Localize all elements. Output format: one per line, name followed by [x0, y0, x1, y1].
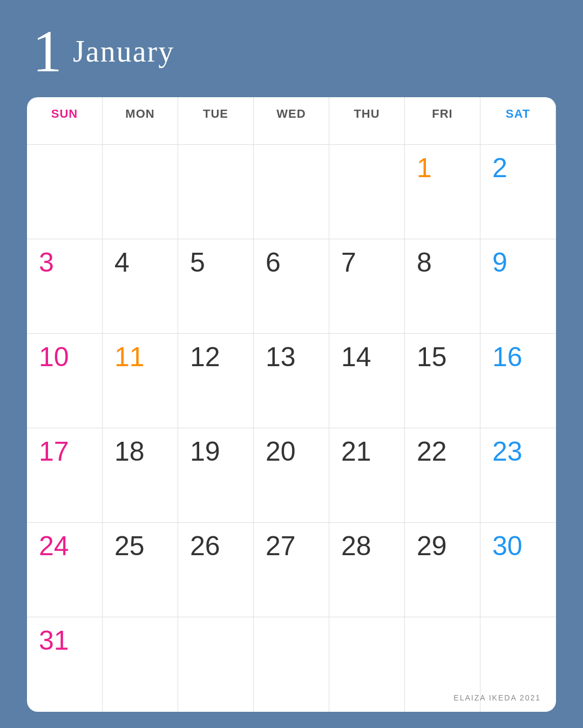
day-number: 31 — [39, 627, 69, 654]
day-cell-17: 17 — [27, 428, 103, 523]
day-cell-10: 10 — [27, 334, 103, 428]
day-number: 14 — [341, 343, 371, 370]
day-cell-20: 20 — [254, 428, 329, 523]
day-number: 23 — [492, 438, 523, 465]
day-cell-24: 24 — [27, 523, 103, 617]
day-cell-12: 12 — [178, 334, 254, 428]
day-number: 20 — [266, 438, 296, 465]
day-cell-30: 30 — [480, 523, 556, 617]
day-number: 8 — [417, 249, 432, 276]
day-number: 24 — [39, 532, 69, 560]
day-number: 11 — [114, 343, 145, 370]
day-number: 7 — [341, 249, 356, 276]
day-number: 6 — [266, 249, 281, 276]
day-cell-8: 8 — [405, 239, 480, 334]
month-name: January — [73, 34, 174, 69]
day-number: 26 — [190, 532, 220, 560]
calendar-header: 1 January — [27, 22, 556, 81]
day-cell-9: 9 — [480, 239, 556, 334]
day-number: 15 — [417, 343, 447, 370]
day-header-mon: MON — [103, 97, 178, 145]
day-cell-25: 25 — [103, 523, 178, 617]
day-number: 10 — [39, 343, 69, 370]
day-number: 29 — [417, 532, 447, 560]
day-cell-7: 7 — [329, 239, 405, 334]
day-number: 4 — [114, 249, 130, 276]
day-header-sat: SAT — [480, 97, 556, 145]
day-cell-16: 16 — [480, 334, 556, 428]
day-cell-19: 19 — [178, 428, 254, 523]
day-number: 9 — [492, 249, 507, 276]
day-number: 27 — [266, 532, 296, 560]
calendar-grid: SUN MON TUE WED THU FRI SAT 1 2 3 — [27, 97, 556, 712]
day-cell-empty — [329, 617, 405, 712]
day-number: 22 — [417, 438, 447, 465]
day-cell-23: 23 — [480, 428, 556, 523]
day-cell-6: 6 — [254, 239, 329, 334]
day-cell-2: 2 — [480, 145, 556, 239]
day-number: 1 — [417, 154, 432, 181]
day-number: 12 — [190, 343, 220, 370]
day-cell-31: 31 — [27, 617, 103, 712]
day-cell-empty — [329, 145, 405, 239]
day-cell-14: 14 — [329, 334, 405, 428]
day-number: 18 — [114, 438, 145, 465]
day-header-wed: WED — [254, 97, 329, 145]
day-header-thu: THU — [329, 97, 405, 145]
day-cell-18: 18 — [103, 428, 178, 523]
day-cell-13: 13 — [254, 334, 329, 428]
footer-credit: ELAIZA IKEDA 2021 — [453, 693, 541, 702]
day-number: 21 — [341, 438, 371, 465]
day-header-sun: SUN — [27, 97, 103, 145]
day-number: 28 — [341, 532, 371, 560]
day-cell-21: 21 — [329, 428, 405, 523]
day-cell-15: 15 — [405, 334, 480, 428]
day-number: 17 — [39, 438, 69, 465]
day-cell-11: 11 — [103, 334, 178, 428]
day-number: 30 — [492, 532, 523, 560]
day-cell-4: 4 — [103, 239, 178, 334]
day-cell-5: 5 — [178, 239, 254, 334]
day-number: 2 — [492, 154, 507, 181]
day-cell-22: 22 — [405, 428, 480, 523]
day-header-fri: FRI — [405, 97, 480, 145]
day-cell-empty — [103, 617, 178, 712]
day-header-tue: TUE — [178, 97, 254, 145]
day-cell-1: 1 — [405, 145, 480, 239]
day-cell-empty — [27, 145, 103, 239]
day-number: 3 — [39, 249, 54, 276]
day-cell-empty — [254, 145, 329, 239]
day-cell-empty — [178, 145, 254, 239]
calendar-page: 1 January SUN MON TUE WED THU FRI SAT 1 … — [0, 0, 583, 728]
day-cell-empty — [254, 617, 329, 712]
day-cell-27: 27 — [254, 523, 329, 617]
day-number: 25 — [114, 532, 145, 560]
day-number: 16 — [492, 343, 523, 370]
month-number: 1 — [32, 22, 62, 81]
calendar-container: SUN MON TUE WED THU FRI SAT 1 2 3 — [27, 97, 556, 712]
day-cell-26: 26 — [178, 523, 254, 617]
day-cell-empty — [178, 617, 254, 712]
day-number: 19 — [190, 438, 220, 465]
day-number: 5 — [190, 249, 205, 276]
day-cell-empty — [103, 145, 178, 239]
day-number: 13 — [266, 343, 296, 370]
day-cell-3: 3 — [27, 239, 103, 334]
day-cell-28: 28 — [329, 523, 405, 617]
day-cell-29: 29 — [405, 523, 480, 617]
